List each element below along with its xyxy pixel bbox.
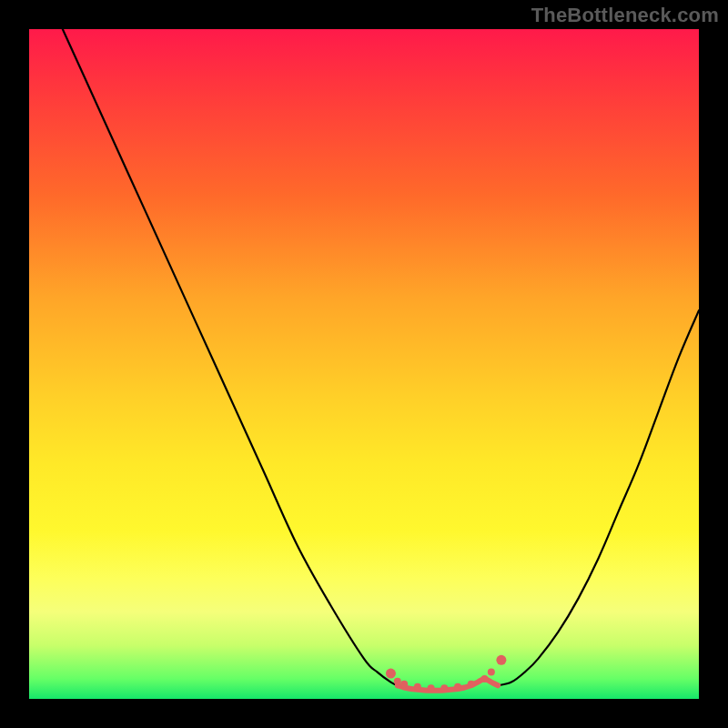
chart-svg [29, 29, 699, 699]
watermark-text: TheBottleneck.com [531, 4, 719, 27]
chart-stage: TheBottleneck.com [0, 0, 728, 728]
curve-left [63, 29, 398, 685]
bottom-range-dot [414, 683, 421, 691]
bottom-range-dot [386, 669, 396, 679]
bottom-range-dot [496, 655, 506, 665]
bottom-range-dot [480, 675, 488, 682]
bottom-range-dots [386, 655, 506, 692]
bottom-range-dot [440, 684, 448, 692]
curve-right [498, 310, 699, 685]
bottom-range-dot [394, 678, 401, 685]
chart-plot-area [29, 29, 699, 699]
curve-layer [63, 29, 699, 685]
bottom-range-dot [468, 681, 475, 688]
bottom-range-layer [386, 655, 506, 692]
bottom-range-dot [454, 683, 461, 691]
bottom-range-dot [400, 681, 408, 688]
bottom-range-dot [428, 684, 435, 692]
bottom-range-dot [488, 669, 495, 676]
